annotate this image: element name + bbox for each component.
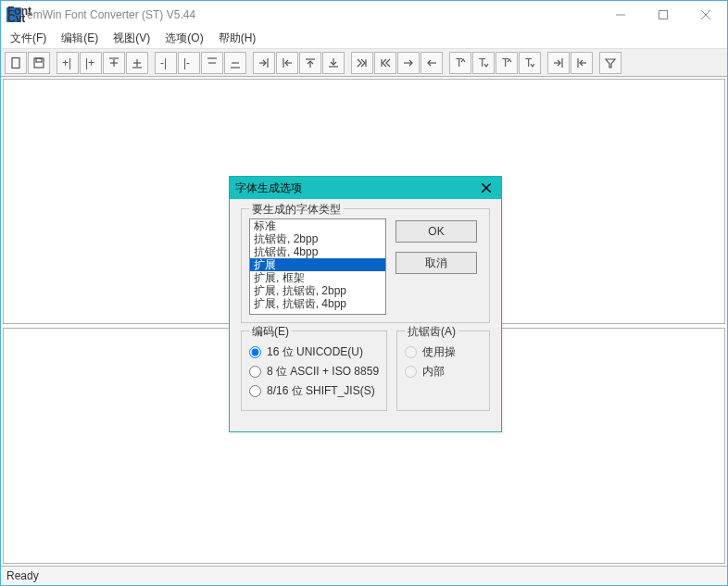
font-options-dialog: 字体生成选项 要生成的字体类型 标准 抗锯齿, 2bpp 抗锯齿, 4bpp 扩…	[229, 176, 502, 432]
list-item[interactable]: 抗锯齿, 4bpp	[250, 245, 385, 258]
svg-text:T: T	[525, 56, 533, 69]
save-icon[interactable]	[28, 52, 50, 74]
text-up2-icon[interactable]: T	[496, 52, 518, 74]
minimize-button[interactable]	[599, 1, 642, 29]
arrow-left-icon[interactable]	[420, 52, 443, 74]
svg-rect-6	[36, 58, 42, 62]
radio-unicode-input[interactable]	[249, 346, 261, 358]
list-item-selected[interactable]: 扩展	[250, 258, 385, 271]
list-item[interactable]: 抗锯齿, 2bpp	[250, 232, 385, 245]
menubar: 文件(F) 编辑(E) 视图(V) 选项(O) 帮助(H)	[1, 29, 727, 49]
move-right-bar-icon[interactable]	[253, 52, 275, 74]
filter-icon[interactable]	[599, 52, 621, 74]
shift-left-add-icon[interactable]: +|	[56, 52, 79, 74]
main-window: Font Cvt emWin Font Converter (ST) V5.44…	[0, 0, 728, 586]
menu-file[interactable]: 文件(F)	[5, 29, 52, 48]
close-button[interactable]	[684, 1, 727, 29]
new-icon[interactable]	[5, 52, 27, 74]
align-left-icon[interactable]	[571, 52, 593, 74]
app-icon-bot: Cvt	[7, 15, 20, 22]
radio-sjis-input[interactable]	[249, 385, 261, 397]
svg-text:T: T	[502, 56, 509, 69]
shift-left-sub-icon[interactable]: -|	[155, 52, 177, 74]
list-item[interactable]: 扩展, 框架	[250, 271, 385, 284]
titlebar: Font Cvt emWin Font Converter (ST) V5.44	[1, 1, 727, 29]
add-bottom-icon[interactable]	[126, 52, 148, 74]
list-item[interactable]: 扩展, 抗锯齿, 4bpp	[250, 297, 385, 310]
move-up-bar-icon[interactable]	[299, 52, 321, 74]
svg-text:T: T	[479, 56, 486, 69]
text-up-icon[interactable]: T	[449, 52, 471, 74]
ok-button[interactable]: OK	[395, 220, 477, 243]
add-top-icon[interactable]	[103, 52, 125, 74]
sub-bottom-icon[interactable]	[224, 52, 246, 74]
move-down-bar-icon[interactable]	[322, 52, 345, 74]
dialog-body: 要生成的字体类型 标准 抗锯齿, 2bpp 抗锯齿, 4bpp 扩展 扩展, 框…	[230, 199, 501, 431]
svg-text:-|: -|	[160, 56, 167, 69]
workarea: 字体生成选项 要生成的字体类型 标准 抗锯齿, 2bpp 抗锯齿, 4bpp 扩…	[1, 77, 727, 566]
svg-text:|-: |-	[183, 56, 190, 69]
menu-options[interactable]: 选项(O)	[159, 29, 208, 48]
svg-text:|+: |+	[85, 56, 94, 69]
group-encoding-legend: 编码(E)	[249, 324, 292, 340]
maximize-button[interactable]	[642, 1, 684, 29]
menu-view[interactable]: 视图(V)	[107, 29, 156, 48]
svg-marker-41	[606, 59, 615, 68]
toolbar: +| |+ -| |- T T T T	[1, 49, 727, 77]
dialog-titlebar[interactable]: 字体生成选项	[230, 177, 501, 199]
svg-rect-4	[12, 57, 19, 68]
dialog-close-button[interactable]	[477, 180, 496, 196]
app-icon: Font Cvt	[6, 7, 21, 22]
group-fonttype-legend: 要生成的字体类型	[249, 202, 344, 218]
window-title: emWin Font Converter (ST) V5.44	[27, 8, 599, 21]
radio-aa-internal: 内部	[405, 364, 482, 380]
fonttype-listbox[interactable]: 标准 抗锯齿, 2bpp 抗锯齿, 4bpp 扩展 扩展, 框架 扩展, 抗锯齿…	[249, 218, 386, 315]
menu-edit[interactable]: 编辑(E)	[56, 29, 104, 48]
shift-right-sub-icon[interactable]: |-	[178, 52, 200, 74]
cancel-button[interactable]: 取消	[395, 252, 477, 274]
radio-sjis[interactable]: 8/16 位 SHIFT_JIS(S)	[249, 383, 379, 399]
move-left-bar-icon[interactable]	[276, 52, 298, 74]
svg-text:+|: +|	[62, 56, 71, 69]
list-item[interactable]: 标准	[250, 219, 385, 232]
menu-help[interactable]: 帮助(H)	[213, 29, 262, 48]
radio-aa-use-input	[405, 346, 417, 358]
radio-aa-use: 使用操	[405, 344, 482, 360]
radio-ascii-input[interactable]	[249, 366, 261, 378]
group-antialias-legend: 抗锯齿(A)	[405, 324, 458, 340]
radio-unicode[interactable]: 16 位 UNICODE(U)	[249, 344, 379, 360]
align-right-icon[interactable]	[547, 52, 570, 74]
list-item[interactable]: 扩展, 抗锯齿, 2bpp	[250, 284, 385, 297]
group-fonttype: 要生成的字体类型 标准 抗锯齿, 2bpp 抗锯齿, 4bpp 扩展 扩展, 框…	[241, 208, 490, 323]
text-down2-icon[interactable]: T	[519, 52, 541, 74]
radio-ascii[interactable]: 8 位 ASCII + ISO 8859	[249, 364, 379, 380]
svg-text:T: T	[456, 56, 463, 69]
radio-aa-internal-input	[405, 366, 417, 378]
arrow-right-icon[interactable]	[397, 52, 420, 74]
dialog-title: 字体生成选项	[235, 181, 477, 196]
shift-right-add-icon[interactable]: |+	[80, 52, 102, 74]
text-down-icon[interactable]: T	[472, 52, 495, 74]
window-buttons	[599, 1, 727, 29]
statusbar: Ready	[1, 566, 727, 585]
group-encoding: 编码(E) 16 位 UNICODE(U) 8 位 ASCII + ISO 88…	[241, 330, 387, 411]
group-antialias: 抗锯齿(A) 使用操 内部	[396, 330, 490, 411]
svg-rect-1	[659, 11, 668, 19]
status-text: Ready	[6, 569, 39, 582]
seek-start-icon[interactable]	[374, 52, 396, 74]
seek-end-icon[interactable]	[351, 52, 373, 74]
sub-top-icon[interactable]	[201, 52, 223, 74]
